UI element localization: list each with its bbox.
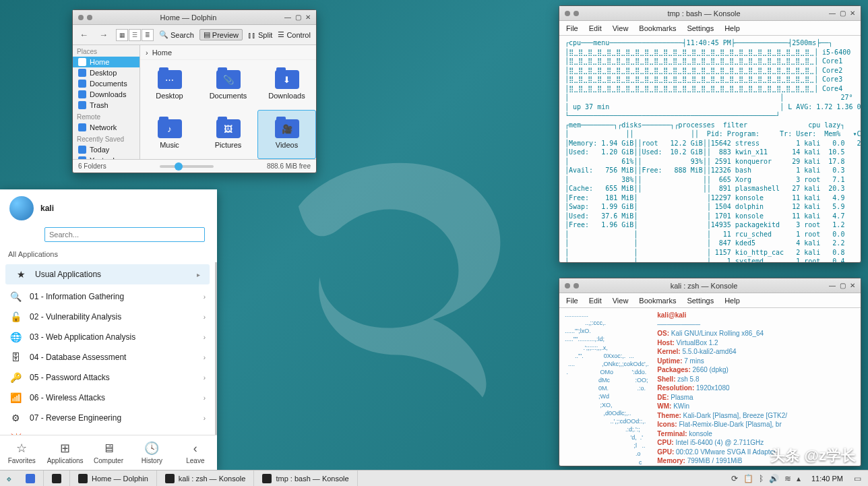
menu-settings[interactable]: Settings <box>687 24 714 32</box>
show-desktop-icon[interactable]: ▭ <box>854 474 861 483</box>
konsole-btop-window: tmp : bash — Konsole —▢✕ FileEditViewBoo… <box>559 5 861 263</box>
category-06[interactable]: 📶06 - Wireless Attacks› <box>0 388 215 408</box>
menu-bookmarks[interactable]: Bookmarks <box>639 24 676 32</box>
window-menu-dot[interactable] <box>565 11 570 16</box>
view-list[interactable]: ☰ <box>129 29 141 41</box>
window-pin-dot[interactable] <box>87 15 92 20</box>
folder-videos[interactable]: 🎥Videos <box>257 110 316 160</box>
places-sidebar: Places HomeDesktopDocumentsDownloadsTras… <box>73 45 140 159</box>
maximize-button[interactable]: ▢ <box>840 9 846 17</box>
window-menu-dot[interactable] <box>78 15 84 20</box>
network-icon[interactable]: ≋ <box>784 474 791 483</box>
user-avatar[interactable] <box>9 196 34 220</box>
category-04[interactable]: 🗄04 - Database Assessment› <box>0 347 215 367</box>
clock[interactable]: 11:40 PM <box>806 475 848 483</box>
taskbar: ⟐ Home — Dolphinkali : zsh — Konsoletmp … <box>0 470 868 486</box>
menubar: FileEditViewBookmarksSettingsHelp <box>559 293 861 308</box>
close-button[interactable]: ✕ <box>850 9 855 17</box>
category-01[interactable]: 🔍01 - Information Gathering› <box>0 286 215 307</box>
back-button[interactable]: ← <box>77 30 91 40</box>
volume-icon[interactable]: 🔊 <box>769 474 779 483</box>
quick-file-manager[interactable] <box>18 470 44 487</box>
menu-view[interactable]: View <box>613 297 629 305</box>
sidebar-today[interactable]: Today <box>73 144 140 155</box>
category-07[interactable]: ⚙07 - Reverse Engineering› <box>0 408 215 428</box>
titlebar[interactable]: kali : zsh — Konsole —▢✕ <box>559 278 861 293</box>
zoom-slider[interactable] <box>160 165 214 168</box>
close-button[interactable]: ✕ <box>850 282 855 289</box>
terminal-output[interactable]: .............. ..,;:ccc,. ......''';lxO.… <box>559 308 861 466</box>
tray-expand-icon[interactable]: ▴ <box>797 474 801 483</box>
category-usual[interactable]: ★Usual Applications▸ <box>5 264 210 284</box>
folder-downloads[interactable]: ⬇Downloads <box>257 60 316 110</box>
folder-documents[interactable]: 📎Documents <box>199 60 257 110</box>
start-button[interactable]: ⟐ <box>0 470 18 487</box>
action-leave[interactable]: ‹Leave <box>174 435 217 470</box>
task-entry[interactable]: tmp : bash — Konsole <box>254 470 357 487</box>
folder-count: 6 Folders <box>78 162 106 170</box>
maximize-button[interactable]: ▢ <box>295 13 301 21</box>
sidebar-documents[interactable]: Documents <box>73 78 140 89</box>
action-history[interactable]: 🕓History <box>130 435 173 470</box>
view-icons[interactable]: ▦ <box>116 29 128 41</box>
menu-bookmarks[interactable]: Bookmarks <box>639 297 676 305</box>
action-favorites[interactable]: ☆Favorites <box>0 435 43 470</box>
task-entry[interactable]: kali : zsh — Konsole <box>157 470 255 487</box>
window-pin-dot[interactable] <box>574 11 579 16</box>
category-03[interactable]: 🌐03 - Web Application Analysis› <box>0 327 215 347</box>
control-action[interactable]: ☰ Control <box>278 30 310 39</box>
sidebar-yesterday[interactable]: Yesterday <box>73 155 140 159</box>
menu-file[interactable]: File <box>566 297 578 305</box>
terminal-output[interactable]: ┌cpu───menu──────────────────┤11:40:45 P… <box>559 36 861 262</box>
breadcrumb[interactable]: › Home <box>140 45 316 60</box>
menu-settings[interactable]: Settings <box>687 297 714 305</box>
bluetooth-icon[interactable]: ᛒ <box>759 474 764 483</box>
menu-file[interactable]: File <box>566 24 578 32</box>
category-05[interactable]: 🔑05 - Password Attacks› <box>0 367 215 388</box>
search-input[interactable] <box>44 227 205 242</box>
window-title: kali : zsh — Konsole <box>584 282 824 290</box>
remote-header: Remote <box>73 111 140 122</box>
preview-action[interactable]: ▤ Preview <box>199 29 243 40</box>
search-action[interactable]: 🔍 Search <box>159 30 194 39</box>
task-entry[interactable]: Home — Dolphin <box>70 470 157 487</box>
minimize-button[interactable]: — <box>284 13 291 21</box>
minimize-button[interactable]: — <box>829 9 836 17</box>
action-computer[interactable]: 🖥Computer <box>87 435 130 470</box>
action-applications[interactable]: ⊞Applications <box>43 435 86 470</box>
category-08[interactable]: 💥08 - Exploitation Tools› <box>0 428 215 435</box>
menu-help[interactable]: Help <box>724 24 740 32</box>
updates-icon[interactable]: ⟳ <box>731 474 738 483</box>
close-button[interactable]: ✕ <box>305 13 311 21</box>
folder-pictures[interactable]: 🖼Pictures <box>199 110 257 160</box>
sidebar-network[interactable]: Network <box>73 122 140 133</box>
maximize-button[interactable]: ▢ <box>840 282 846 289</box>
view-tree[interactable]: ≣ <box>142 29 154 41</box>
menubar: FileEditViewBookmarksSettingsHelp <box>559 21 861 36</box>
category-02[interactable]: 🔓02 - Vulnerability Analysis› <box>0 307 215 327</box>
clipboard-icon[interactable]: 📋 <box>743 474 753 483</box>
titlebar[interactable]: Home — Dolphin — ▢ ✕ <box>73 10 316 25</box>
menu-edit[interactable]: Edit <box>589 24 602 32</box>
window-title: tmp : bash — Konsole <box>584 9 824 18</box>
menu-edit[interactable]: Edit <box>589 297 602 305</box>
application-launcher: kali All Applications ★Usual Application… <box>0 189 217 470</box>
titlebar[interactable]: tmp : bash — Konsole —▢✕ <box>559 6 861 21</box>
sidebar-home[interactable]: Home <box>73 57 140 67</box>
sidebar-trash[interactable]: Trash <box>73 100 140 111</box>
split-action[interactable]: ⫿⫿ Split <box>248 31 272 39</box>
sidebar-desktop[interactable]: Desktop <box>73 67 140 78</box>
folder-desktop[interactable]: ⋯Desktop <box>140 60 199 110</box>
forward-button[interactable]: → <box>96 30 111 40</box>
watermark: 头条 @z学长 <box>770 446 856 466</box>
folder-music[interactable]: ♪Music <box>140 110 199 160</box>
window-pin-dot[interactable] <box>574 283 579 288</box>
menu-help[interactable]: Help <box>724 297 740 305</box>
minimize-button[interactable]: — <box>829 282 836 289</box>
statusbar: 6 Folders 888.6 MiB free <box>73 159 316 173</box>
menu-view[interactable]: View <box>613 24 629 32</box>
window-menu-dot[interactable] <box>565 283 570 288</box>
quick-terminal[interactable] <box>44 470 70 487</box>
sidebar-downloads[interactable]: Downloads <box>73 89 140 100</box>
all-apps-label: All Applications <box>0 246 217 262</box>
